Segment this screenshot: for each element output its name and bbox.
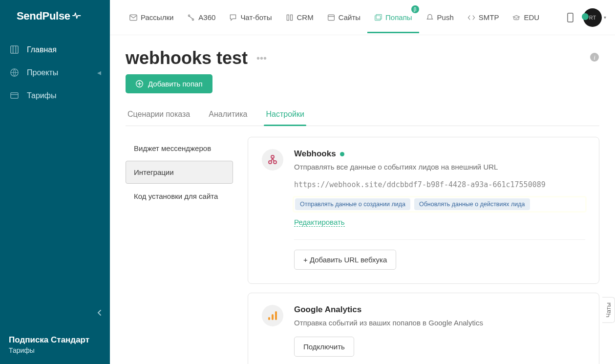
topnav-label: SMTP — [479, 13, 499, 21]
card-desc: Отправка событий из ваших попапов в Goog… — [294, 318, 585, 328]
settings-nav-integrations[interactable]: Интеграции — [126, 161, 233, 184]
sidebar-item-label: Проекты — [27, 68, 58, 77]
sidebar: SendPulse Главная Проекты ◂ Тарифы Подпи… — [0, 0, 110, 364]
card-title: Webhooks — [294, 149, 336, 159]
topnav-label: CRM — [297, 13, 314, 21]
card-body: Webhooks Отправлять все данные о события… — [294, 149, 585, 270]
pulse-icon — [72, 11, 83, 22]
sidebar-item-home[interactable]: Главная — [0, 38, 110, 61]
plus-circle-icon — [135, 80, 144, 88]
svg-rect-0 — [11, 46, 18, 53]
svg-rect-6 — [287, 15, 289, 20]
user-menu[interactable]: RT ▾ — [583, 8, 606, 27]
sidebar-footer: Подписка Стандарт Тарифы — [0, 335, 110, 364]
grid-icon — [10, 45, 19, 54]
topnav-label: A360 — [198, 13, 215, 21]
tab-settings[interactable]: Настройки — [264, 105, 306, 126]
svg-point-5 — [192, 19, 194, 20]
card-title: Google Analytics — [294, 305, 585, 315]
webhook-url: https://webhook.site/ddcbbdf7-b98f-4428-… — [294, 180, 585, 191]
chevron-left-icon: ◂ — [97, 68, 101, 77]
topnav-campaigns[interactable]: Рассылки — [123, 1, 180, 33]
svg-rect-19 — [272, 314, 274, 320]
card-desc: Отправлять все данные о событиях лидов н… — [294, 162, 585, 172]
integration-cards: Webhooks Отправлять все данные о события… — [248, 137, 599, 364]
status-active-dot — [340, 152, 344, 156]
button-label: Добавить попап — [148, 80, 203, 88]
svg-text:i: i — [594, 54, 595, 61]
avatar: RT — [583, 8, 602, 27]
connect-ga-button[interactable]: Подключить — [294, 337, 354, 357]
bell-icon — [426, 14, 434, 21]
divider — [294, 239, 585, 240]
topnav-push[interactable]: Push — [419, 1, 461, 33]
card-title-row: Webhooks — [294, 149, 585, 159]
topnav-crm[interactable]: CRM — [279, 1, 320, 33]
sidebar-item-projects[interactable]: Проекты ◂ — [0, 61, 110, 84]
topbar-right: RT ▾ — [567, 8, 606, 27]
flow-icon — [187, 14, 195, 21]
page-head: webhooks test ••• i — [126, 48, 599, 68]
webhook-icon — [262, 149, 283, 171]
topnav-label: Попапы — [385, 13, 412, 21]
chats-side-tab[interactable]: Чаты — [602, 297, 615, 323]
tag-create-lead: Отправлять данные о создании лида — [295, 198, 410, 210]
edit-link[interactable]: Редактировать — [294, 218, 345, 227]
webhooks-card: Webhooks Отправлять все данные о события… — [248, 137, 599, 284]
svg-rect-7 — [290, 15, 292, 20]
columns-icon — [286, 14, 294, 21]
card-body: Google Analytics Отправка событий из ваш… — [294, 305, 585, 357]
tab-analytics[interactable]: Аналитика — [207, 105, 249, 126]
webhook-tags: Отправлять данные о создании лида Обновл… — [294, 197, 585, 211]
popup-icon — [374, 14, 382, 21]
svg-point-4 — [189, 15, 190, 16]
more-icon[interactable]: ••• — [256, 53, 267, 64]
topnav-label: Рассылки — [141, 13, 173, 21]
plans-link[interactable]: Тарифы — [9, 346, 101, 354]
topnav-popups[interactable]: Попапы β — [367, 1, 419, 33]
topnav-edu[interactable]: EDU — [506, 1, 546, 33]
topnav-smtp[interactable]: SMTP — [461, 1, 506, 33]
svg-rect-2 — [11, 93, 18, 98]
code-icon — [467, 14, 475, 21]
add-popup-button[interactable]: Добавить попап — [126, 74, 212, 93]
topnav-label: Push — [437, 13, 454, 21]
sidebar-item-plans[interactable]: Тарифы — [0, 84, 110, 107]
page-title: webhooks test — [126, 48, 248, 68]
svg-rect-8 — [328, 15, 334, 20]
svg-rect-3 — [130, 15, 137, 20]
svg-rect-20 — [275, 311, 277, 320]
sidebar-collapse[interactable] — [93, 306, 106, 321]
topnav-label: Сайты — [339, 13, 361, 21]
svg-rect-9 — [375, 16, 381, 21]
sidebar-item-label: Главная — [27, 45, 57, 54]
subscription-label: Подписка Стандарт — [9, 335, 101, 345]
chevron-left-icon — [96, 309, 103, 316]
settings-row: Виджет мессенджеров Интеграции Код устан… — [126, 137, 599, 364]
chat-icon — [229, 14, 237, 21]
settings-nav-install-code[interactable]: Код установки для сайта — [126, 185, 233, 208]
svg-rect-11 — [568, 13, 573, 22]
avatar-initials: RT — [589, 15, 596, 21]
sidebar-item-label: Тарифы — [27, 91, 56, 100]
ga-card: Google Analytics Отправка событий из ваш… — [248, 293, 599, 364]
beta-badge: β — [411, 5, 419, 13]
svg-rect-10 — [376, 14, 382, 19]
tag-update-lead: Обновлять данные о действиях лида — [414, 198, 530, 210]
ga-icon — [262, 305, 283, 326]
main: Рассылки A360 Чат-боты CRM Сайты Попапы … — [110, 0, 615, 364]
add-webhook-url-button[interactable]: + Добавить URL вебхука — [294, 250, 396, 270]
settings-nav-widget[interactable]: Виджет мессенджеров — [126, 137, 233, 160]
info-icon[interactable]: i — [590, 52, 599, 64]
tab-scenarios[interactable]: Сценарии показа — [126, 105, 192, 126]
topnav-chatbots[interactable]: Чат-боты — [222, 1, 278, 33]
topnav-a360[interactable]: A360 — [180, 1, 222, 33]
content: webhooks test ••• i Добавить попап Сцена… — [110, 35, 615, 364]
topnav-label: Чат-боты — [240, 13, 272, 21]
topbar: Рассылки A360 Чат-боты CRM Сайты Попапы … — [110, 0, 615, 35]
topnav-label: EDU — [524, 13, 539, 21]
content-tabs: Сценарии показа Аналитика Настройки — [126, 105, 599, 126]
mobile-icon[interactable] — [567, 13, 573, 22]
brand-logo[interactable]: SendPulse — [0, 0, 110, 36]
topnav-sites[interactable]: Сайты — [320, 1, 367, 33]
